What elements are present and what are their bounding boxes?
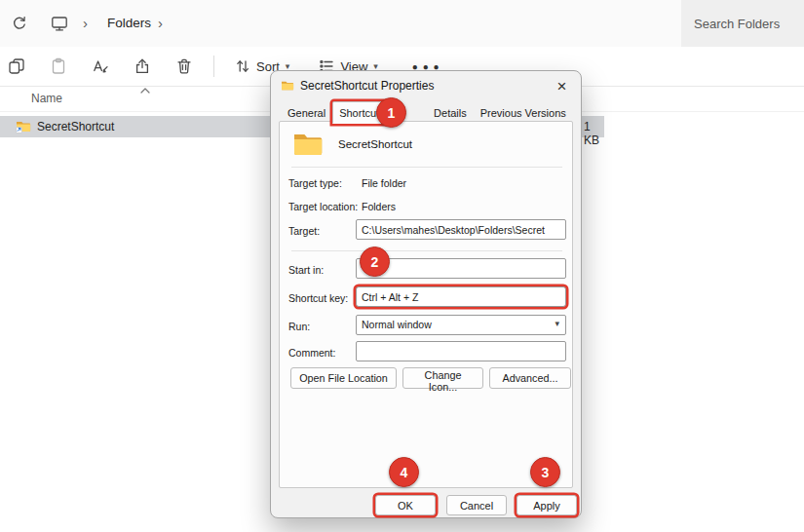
change-icon-button[interactable]: Change Icon... [402, 367, 483, 389]
target-type-label: Target type: [288, 177, 342, 189]
tab-general[interactable]: General [281, 102, 332, 124]
target-location-label: Target location: [288, 201, 358, 212]
refresh-button[interactable] [6, 11, 31, 36]
breadcrumb-chevron-icon: › [83, 14, 88, 33]
copy-button[interactable] [2, 52, 31, 81]
run-value: Normal window [362, 319, 432, 330]
shortcut-name: SecretShortcut [338, 138, 412, 150]
properties-dialog: SecretShortcut Properties × General Shor… [270, 70, 582, 518]
annotation-step-3: 3 [530, 457, 560, 487]
advanced-button[interactable]: Advanced... [489, 367, 571, 389]
file-size: 1 KB [584, 120, 604, 147]
shortcut-key-label: Shortcut key: [288, 292, 348, 304]
desktop-icon [51, 15, 68, 32]
tab-details[interactable]: Details [427, 102, 474, 124]
divider [291, 167, 562, 168]
comment-input[interactable] [356, 341, 566, 361]
chevron-down-icon: ▾ [555, 319, 559, 328]
file-explorer-window: › Folders › [0, 0, 804, 532]
dialog-title: SecretShortcut Properties [300, 79, 434, 93]
rename-button[interactable] [86, 52, 115, 81]
share-button[interactable] [128, 52, 157, 81]
apply-button[interactable]: Apply [517, 495, 577, 515]
start-in-label: Start in: [288, 264, 324, 276]
rename-icon [92, 57, 109, 75]
run-select[interactable]: Normal window ▾ [356, 315, 566, 335]
explorer-topbar: › Folders › [0, 0, 804, 47]
target-label: Target: [288, 225, 320, 237]
close-icon[interactable]: × [549, 74, 575, 97]
paste-button[interactable] [44, 52, 73, 81]
sort-ascending-icon [140, 88, 150, 94]
dialog-tabs: General Shortcut Details Previous Versio… [281, 101, 573, 123]
run-label: Run: [288, 321, 310, 332]
paste-icon [50, 57, 67, 75]
tab-previous-versions[interactable]: Previous Versions [474, 102, 573, 124]
column-header-name[interactable]: Name [31, 92, 62, 105]
breadcrumb-folders[interactable]: Folders [100, 13, 158, 33]
comment-label: Comment: [288, 347, 335, 359]
folder-shortcut-icon [16, 120, 31, 133]
divider [291, 250, 562, 251]
cancel-button[interactable]: Cancel [446, 495, 507, 515]
target-type-value: File folder [362, 177, 406, 189]
copy-icon [8, 57, 25, 75]
dialog-titlebar[interactable]: SecretShortcut Properties × [271, 71, 581, 100]
toolbar-divider [213, 56, 214, 77]
sort-icon [235, 58, 250, 74]
target-input[interactable] [356, 219, 566, 240]
shortcut-tab-panel: SecretShortcut Target type: File folder … [279, 121, 573, 488]
open-file-location-button[interactable]: Open File Location [290, 367, 397, 389]
shortcut-key-input[interactable] [356, 286, 566, 307]
annotation-step-2: 2 [360, 247, 390, 277]
file-name: SecretShortcut [37, 120, 114, 133]
folder-icon-large [292, 131, 324, 157]
breadcrumb-root-button[interactable] [47, 11, 72, 36]
refresh-icon [11, 16, 27, 32]
target-location-value: Folders [362, 201, 396, 212]
annotation-step-1: 1 [376, 97, 406, 128]
trash-icon [175, 57, 193, 75]
share-icon [134, 57, 151, 75]
breadcrumb-chevron-icon: › [158, 14, 163, 33]
ok-button[interactable]: OK [375, 495, 436, 515]
annotation-step-4: 4 [389, 457, 419, 487]
folder-icon [281, 80, 294, 92]
search-input[interactable] [681, 0, 804, 47]
delete-button[interactable] [170, 52, 199, 81]
